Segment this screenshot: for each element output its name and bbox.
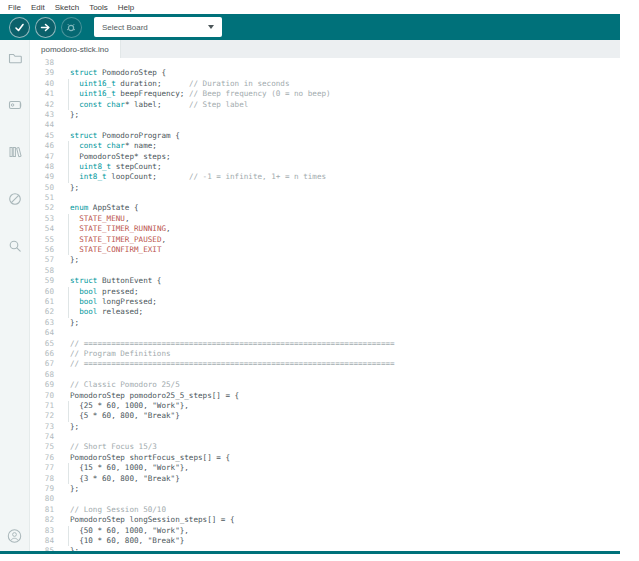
indent-guide xyxy=(68,297,69,307)
library-manager-icon[interactable] xyxy=(6,143,23,160)
code-line: 42 const char* label; // Step label xyxy=(30,100,620,110)
code-line: 41 uint16_t beepFrequency; // Beep frequ… xyxy=(30,89,620,99)
code-text: // =====================================… xyxy=(63,339,395,349)
code-line: 74 xyxy=(30,432,620,442)
code-text xyxy=(63,432,70,442)
code-line: 46 const char* name; xyxy=(30,141,620,151)
tab-strip: pomodoro-stick.ino xyxy=(30,40,620,58)
indent-guide xyxy=(68,235,69,245)
tab-pomodoro-stick-ino[interactable]: pomodoro-stick.ino xyxy=(30,40,121,58)
indent-guide xyxy=(68,152,69,162)
code-text: }; xyxy=(63,318,79,328)
code-text: }; xyxy=(63,183,79,193)
line-number: 62 xyxy=(30,307,63,317)
sketchbook-icon[interactable] xyxy=(6,49,23,66)
line-number: 53 xyxy=(30,214,63,224)
line-number: 83 xyxy=(30,526,63,536)
line-number: 54 xyxy=(30,224,63,234)
activity-sidebar xyxy=(0,40,30,551)
line-number: 64 xyxy=(30,328,63,338)
code-text: {10 * 60, 800, "Break"} xyxy=(63,536,184,546)
line-number: 74 xyxy=(30,432,63,442)
indent-guide xyxy=(68,245,69,255)
line-number: 60 xyxy=(30,287,63,297)
code-text: }; xyxy=(63,110,79,120)
code-line: 76PomodoroStep shortFocus_steps[] = { xyxy=(30,453,620,463)
code-line: 59struct ButtonEvent { xyxy=(30,276,620,286)
line-number: 63 xyxy=(30,318,63,328)
code-line: 69// Classic Pomodoro 25/5 xyxy=(30,380,620,390)
code-line: 64 xyxy=(30,328,620,338)
code-line: 43}; xyxy=(30,110,620,120)
line-number: 82 xyxy=(30,515,63,525)
code-line: 53 STATE_MENU, xyxy=(30,214,620,224)
line-number: 41 xyxy=(30,89,63,99)
code-line: 55 STATE_TIMER_PAUSED, xyxy=(30,235,620,245)
line-number: 57 xyxy=(30,255,63,265)
code-line: 47 PomodoroStep* steps; xyxy=(30,152,620,162)
indent-guide xyxy=(68,172,69,182)
indent-guide xyxy=(68,287,69,297)
line-number: 52 xyxy=(30,203,63,213)
indent-guide xyxy=(68,224,69,234)
line-number: 38 xyxy=(30,58,63,68)
code-text: bool longPressed; xyxy=(63,297,157,307)
code-text: {25 * 60, 1000, "Work"}, xyxy=(63,401,189,411)
code-line: 65// ===================================… xyxy=(30,339,620,349)
code-line: 67// ===================================… xyxy=(30,359,620,369)
code-line: 80 xyxy=(30,494,620,504)
line-number: 43 xyxy=(30,110,63,120)
line-number: 45 xyxy=(30,131,63,141)
line-number: 80 xyxy=(30,494,63,504)
line-number: 79 xyxy=(30,484,63,494)
indent-guide xyxy=(68,307,69,317)
menu-item-help[interactable]: Help xyxy=(113,3,139,12)
line-number: 65 xyxy=(30,339,63,349)
line-number: 78 xyxy=(30,474,63,484)
menu-item-file[interactable]: File xyxy=(3,3,26,12)
code-text xyxy=(63,494,70,504)
menu-item-edit[interactable]: Edit xyxy=(26,3,50,12)
indent-guide xyxy=(68,214,69,224)
main-area: pomodoro-stick.ino 3839struct PomodoroSt… xyxy=(30,40,620,551)
search-icon[interactable] xyxy=(6,237,23,254)
code-line: 79}; xyxy=(30,484,620,494)
code-line: 77 {15 * 60, 1000, "Work"}, xyxy=(30,463,620,473)
code-text: {15 * 60, 1000, "Work"}, xyxy=(63,463,189,473)
code-text: PomodoroStep* steps; xyxy=(63,152,171,162)
code-line: 45struct PomodoroProgram { xyxy=(30,131,620,141)
line-number: 56 xyxy=(30,245,63,255)
code-text xyxy=(63,370,70,380)
code-line: 49 int8_t loopCount; // -1 = infinite, 1… xyxy=(30,172,620,182)
code-line: 60 bool pressed; xyxy=(30,287,620,297)
code-editor[interactable]: 3839struct PomodoroStep {40 uint16_t dur… xyxy=(30,58,620,551)
code-text: enum AppState { xyxy=(63,203,139,213)
code-line: 82PomodoroStep longSession_steps[] = { xyxy=(30,515,620,525)
boards-manager-icon[interactable] xyxy=(6,96,23,113)
debug-panel-icon[interactable] xyxy=(6,190,23,207)
board-selector[interactable]: Select Board xyxy=(94,17,222,37)
code-text: int8_t loopCount; // -1 = infinite, 1+ =… xyxy=(63,172,326,182)
verify-button[interactable] xyxy=(9,17,30,38)
menu-item-sketch[interactable]: Sketch xyxy=(50,3,84,12)
arrow-right-icon xyxy=(39,21,52,34)
code-text: bool released; xyxy=(63,307,143,317)
line-number: 73 xyxy=(30,422,63,432)
bug-icon xyxy=(65,21,78,34)
code-line: 54 STATE_TIMER_RUNNING, xyxy=(30,224,620,234)
indent-guide xyxy=(68,526,69,536)
code-text: {3 * 60, 800, "Break"} xyxy=(63,474,180,484)
debug-button[interactable] xyxy=(61,17,82,38)
upload-button[interactable] xyxy=(35,17,56,38)
line-number: 76 xyxy=(30,453,63,463)
menu-item-tools[interactable]: Tools xyxy=(84,3,113,12)
code-line: 75// Short Focus 15/3 xyxy=(30,442,620,452)
line-number: 42 xyxy=(30,100,63,110)
line-number: 68 xyxy=(30,370,63,380)
code-line: 52enum AppState { xyxy=(30,203,620,213)
account-icon[interactable] xyxy=(6,527,23,544)
line-number: 47 xyxy=(30,152,63,162)
line-number: 49 xyxy=(30,172,63,182)
indent-guide xyxy=(68,162,69,172)
board-selector-value: Select Board xyxy=(102,23,148,32)
